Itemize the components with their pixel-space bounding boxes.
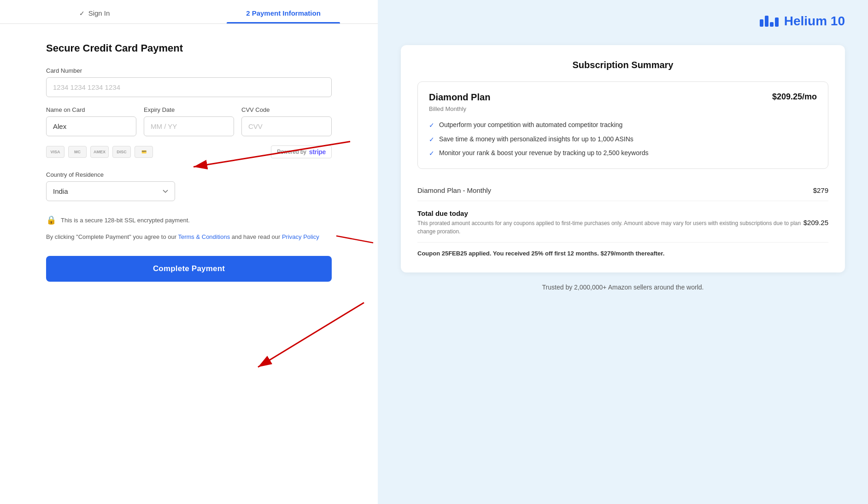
coupon-note: Coupon 25FEB25 applied. You received 25%… xyxy=(417,249,828,258)
expiry-input[interactable] xyxy=(144,116,234,136)
powered-by-label: Powered by xyxy=(277,149,306,155)
card-number-field: Card Number xyxy=(46,67,332,97)
total-value: $209.25 xyxy=(803,219,828,226)
lock-icon: 🔒 xyxy=(46,215,56,225)
total-note: This prorated amount accounts for any co… xyxy=(417,219,803,236)
right-panel: Helium 10 Subscription Summary Diamond P… xyxy=(378,0,868,504)
logo-helium: Helium xyxy=(784,14,827,28)
cvv-input[interactable] xyxy=(241,116,332,136)
terms-link[interactable]: Terms & Conditions xyxy=(178,233,230,240)
generic-card-icon: 💳 xyxy=(135,146,153,158)
step-sign-in-label: Sign In xyxy=(88,9,110,17)
mastercard-icon: MC xyxy=(68,146,87,158)
helium10-logo-icon xyxy=(760,16,779,27)
check-icon: ✓ xyxy=(79,10,85,17)
logo-bars xyxy=(760,16,779,27)
plan-header: Diamond Plan $209.25/mo xyxy=(429,92,817,103)
card-number-input[interactable] xyxy=(46,77,332,97)
card-icons-row: VISA MC AMEX DISC 💳 Powered by stripe xyxy=(46,145,332,158)
plan-name: Diamond Plan xyxy=(429,92,490,103)
cvv-field: CVV Code xyxy=(241,106,332,136)
card-details-row: Name on Card Expiry Date CVV Code xyxy=(46,106,332,136)
total-label: Total due today xyxy=(417,209,803,217)
plan-card: Diamond Plan $209.25/mo Billed Monthly ✓… xyxy=(417,81,828,169)
privacy-link[interactable]: Privacy Policy xyxy=(282,233,319,240)
logo-bar-2 xyxy=(765,16,768,27)
logo-bar-4 xyxy=(775,17,779,27)
logo-area: Helium 10 xyxy=(401,14,845,29)
total-row: Total due today This prorated amount acc… xyxy=(417,201,828,243)
line-item-value-1: $279 xyxy=(813,186,828,194)
stripe-label: stripe xyxy=(309,148,326,156)
name-on-card-label: Name on Card xyxy=(46,106,136,113)
plan-billing: Billed Monthly xyxy=(429,105,817,112)
feature-check-3: ✓ xyxy=(429,149,434,158)
line-item-label-1: Diamond Plan - Monthly xyxy=(417,186,491,194)
feature-1-text: Outperform your competition with automat… xyxy=(439,121,622,130)
country-select[interactable]: India United States United Kingdom Canad… xyxy=(46,181,175,201)
step-payment-label: 2 Payment Information xyxy=(246,9,321,17)
feature-check-2: ✓ xyxy=(429,135,434,145)
line-item-row-1: Diamond Plan - Monthly $279 xyxy=(417,180,828,201)
card-number-label: Card Number xyxy=(46,67,332,74)
terms-text-middle: and have read our xyxy=(230,233,282,240)
feature-3-text: Monitor your rank & boost your revenue b… xyxy=(439,149,648,158)
ssl-notice-text: This is a secure 128-bit SSL encrypted p… xyxy=(61,217,190,224)
total-label-group: Total due today This prorated amount acc… xyxy=(417,209,803,236)
terms-text: By clicking "Complete Payment" you agree… xyxy=(46,232,332,242)
steps-header: ✓ Sign In 2 Payment Information xyxy=(0,0,378,24)
logo-10: 10 xyxy=(831,14,845,28)
feature-check-1: ✓ xyxy=(429,121,434,130)
cvv-label: CVV Code xyxy=(241,106,332,113)
expiry-label: Expiry Date xyxy=(144,106,234,113)
terms-text-before: By clicking "Complete Payment" you agree… xyxy=(46,233,178,240)
logo-bar-1 xyxy=(760,19,763,27)
step-sign-in: ✓ Sign In xyxy=(0,0,189,23)
plan-price: $209.25/mo xyxy=(772,92,817,102)
form-area: Secure Credit Card Payment Card Number N… xyxy=(0,24,378,300)
visa-icon: VISA xyxy=(46,146,65,158)
step-payment: 2 Payment Information xyxy=(189,0,378,23)
amex-icon: AMEX xyxy=(90,146,109,158)
feature-2: ✓ Save time & money with personalized in… xyxy=(429,135,817,145)
name-on-card-input[interactable] xyxy=(46,116,136,136)
trusted-text: Trusted by 2,000,000+ Amazon sellers aro… xyxy=(401,284,845,291)
helium10-logo-text: Helium 10 xyxy=(784,14,845,29)
form-title: Secure Credit Card Payment xyxy=(46,42,332,54)
card-icons: VISA MC AMEX DISC 💳 xyxy=(46,146,153,158)
plan-features: ✓ Outperform your competition with autom… xyxy=(429,121,817,158)
expiry-field: Expiry Date xyxy=(144,106,234,136)
left-panel: ✓ Sign In 2 Payment Information Secure C… xyxy=(0,0,378,504)
subscription-summary-title: Subscription Summary xyxy=(417,60,828,70)
stripe-badge: Powered by stripe xyxy=(271,145,332,158)
discover-icon: DISC xyxy=(112,146,131,158)
ssl-notice: 🔒 This is a secure 128-bit SSL encrypted… xyxy=(46,215,332,225)
subscription-box: Subscription Summary Diamond Plan $209.2… xyxy=(401,45,845,272)
feature-1: ✓ Outperform your competition with autom… xyxy=(429,121,817,130)
name-on-card-field: Name on Card xyxy=(46,106,136,136)
feature-3: ✓ Monitor your rank & boost your revenue… xyxy=(429,149,817,158)
country-field: Country of Residence India United States… xyxy=(46,171,332,201)
feature-2-text: Save time & money with personalized insi… xyxy=(439,135,633,144)
complete-payment-button[interactable]: Complete Payment xyxy=(46,256,332,282)
country-label: Country of Residence xyxy=(46,171,332,178)
logo-bar-3 xyxy=(770,22,774,27)
